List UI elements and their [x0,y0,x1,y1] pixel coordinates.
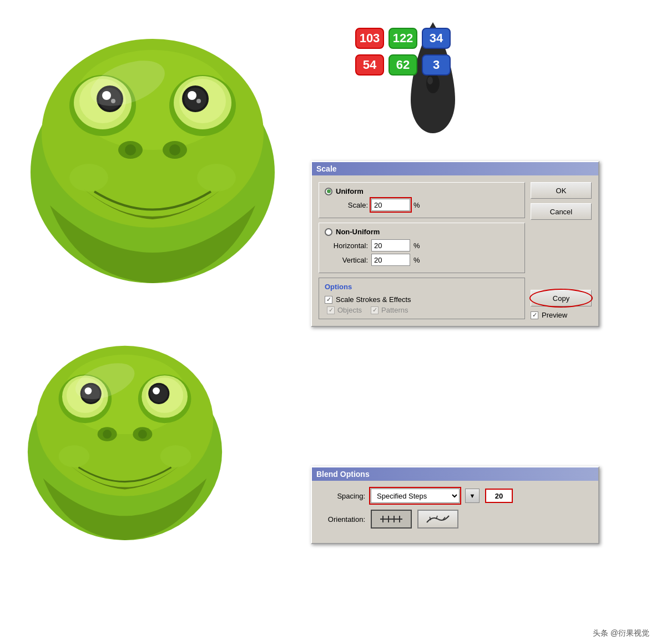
scale-dialog-right: OK Cancel Copy Preview [531,182,592,319]
svg-point-44 [160,445,191,467]
badges-area: 103 122 34 54 62 3 [355,28,451,76]
uniform-radio-label[interactable]: Uniform [325,187,519,195]
svg-point-16 [196,99,201,103]
objects-label: Objects [337,306,362,314]
footer-text: 头条 @衍果视觉 [593,628,649,637]
vertical-unit: % [413,256,420,264]
scale-dialog: Scale Uniform Scale: % Non-Uniform [311,161,599,327]
preview-checkbox[interactable] [531,311,538,319]
orientation-row: Orientation: [321,510,589,529]
preview-row: Preview [531,311,592,319]
svg-point-22 [197,164,236,192]
horizontal-field-row: Horizontal: % [325,239,519,251]
scale-input[interactable] [371,199,410,211]
scale-dialog-title: Scale [316,164,337,173]
nonuniform-label-text: Non-Uniform [336,228,380,236]
badge-row-1: 103 122 34 [355,28,451,49]
badge-3: 3 [422,54,451,76]
uniform-group: Uniform Scale: % [319,182,525,218]
svg-point-37 [150,385,168,402]
vertical-field-row: Vertical: % [325,254,519,266]
blend-dialog: Blend Options Spacing: Specified Steps S… [311,466,599,544]
horizontal-label: Horizontal: [329,242,368,250]
options-section: Options Scale Strokes & Effects Objects … [319,278,525,319]
steps-input[interactable] [485,489,513,503]
patterns-checkbox[interactable] [371,306,379,314]
uniform-label-text: Uniform [336,187,364,195]
copy-button[interactable]: Copy [531,290,592,306]
svg-point-41 [103,430,112,439]
svg-point-21 [69,164,108,192]
spacing-row: Spacing: Specified Steps Specified Dista… [321,489,589,503]
frog-face-bottom [17,322,233,557]
options-title: Options [325,283,519,291]
svg-point-15 [188,91,196,100]
badge-54: 54 [355,54,384,76]
copy-label: Copy [553,294,569,303]
blend-dialog-titlebar: Blend Options [312,467,598,481]
scale-dialog-titlebar: Scale [312,162,598,175]
scale-label: Scale: [329,201,368,209]
svg-point-20 [169,144,180,155]
scale-strokes-label: Scale Strokes & Effects [336,295,411,304]
scale-unit: % [413,201,420,209]
footer: 头条 @衍果视觉 [593,628,649,638]
patterns-label: Patterns [381,306,408,314]
badge-62: 62 [389,54,417,76]
orientation-label: Orientation: [321,515,365,524]
orient-path-button[interactable] [417,510,458,529]
spacing-label: Spacing: [321,492,365,500]
objects-patterns-row: Objects Patterns [325,306,519,314]
patterns-checkbox-label: Patterns [371,306,408,314]
frog-face-top [17,11,289,302]
scale-field-row: Scale: % [325,199,519,211]
horizontal-unit: % [413,242,420,250]
nonuniform-group: Non-Uniform Horizontal: % Vertical: % [319,223,525,273]
objects-checkbox[interactable] [327,306,335,314]
vertical-label: Vertical: [329,256,368,264]
scale-strokes-checkbox[interactable] [325,296,332,304]
scale-dialog-left: Uniform Scale: % Non-Uniform Horizontal: [319,182,525,319]
cancel-button[interactable]: Cancel [531,203,592,220]
svg-point-38 [153,388,160,395]
svg-point-19 [125,144,136,155]
ok-button[interactable]: OK [531,182,592,199]
nonuniform-radio-label[interactable]: Non-Uniform [325,228,519,236]
vertical-input[interactable] [371,254,410,266]
preview-label: Preview [542,311,567,319]
badge-103: 103 [355,28,384,49]
orient-page-button[interactable] [371,510,412,529]
badge-122: 122 [389,28,417,49]
svg-point-47 [427,77,433,84]
badge-row-2: 54 62 3 [355,54,451,76]
spacing-dropdown-arrow[interactable]: ▼ [465,489,480,503]
blend-dialog-body: Spacing: Specified Steps Specified Dista… [312,481,598,543]
badge-34: 34 [422,28,451,49]
horizontal-input[interactable] [371,239,410,251]
spacing-select[interactable]: Specified Steps Specified Distance Smoot… [371,489,460,503]
svg-point-42 [138,430,147,439]
uniform-radio[interactable] [325,188,332,195]
blend-dialog-title: Blend Options [316,470,370,479]
objects-checkbox-label: Objects [327,306,362,314]
svg-point-43 [59,445,90,467]
nonuniform-radio[interactable] [325,228,332,236]
scale-strokes-row: Scale Strokes & Effects [325,295,519,304]
svg-point-14 [184,88,206,110]
